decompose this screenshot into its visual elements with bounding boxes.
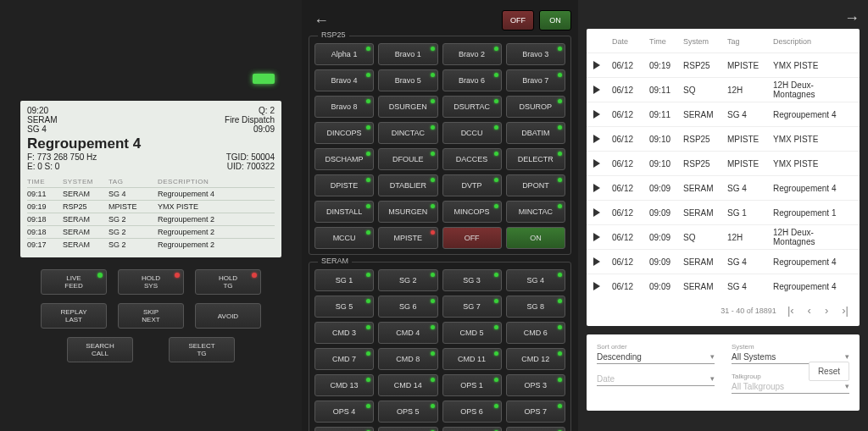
talkgroup-button[interactable]: CMD 14 [378, 374, 437, 396]
first-page-icon[interactable]: |‹ [785, 304, 797, 317]
skip-next-button[interactable]: SKIP NEXT [118, 303, 184, 329]
talkgroup-button[interactable]: SG 1 [314, 269, 374, 291]
play-icon[interactable] [593, 110, 600, 119]
talkgroup-button[interactable]: SG 7 [442, 296, 502, 318]
all-on-button[interactable]: ON [539, 10, 571, 30]
search-call-button[interactable]: SEARCH CALL [67, 337, 133, 362]
talkgroup-button[interactable]: OPS 11 [378, 427, 437, 431]
call-row[interactable]: 06/1209:11SERAMSG 4Regroupement 4 [587, 102, 860, 126]
hold-sys-button[interactable]: HOLD SYS [118, 269, 184, 295]
talkgroup-button[interactable]: SG 4 [506, 269, 565, 291]
replay-last-button[interactable]: REPLAY LAST [41, 303, 107, 329]
talkgroup-button[interactable]: CMD 13 [314, 374, 374, 396]
last-page-icon[interactable]: ›| [839, 304, 851, 317]
play-icon[interactable] [593, 282, 600, 290]
date-select[interactable]: Date▾ [597, 373, 715, 386]
talkgroup-button[interactable]: DPISTE [314, 174, 374, 196]
call-row[interactable]: 06/1209:09SERAMSG 4Regroupement 4 [587, 175, 860, 200]
talkgroup-button[interactable]: Bravo 5 [378, 69, 437, 91]
talkgroup-button[interactable]: DINCTAC [378, 122, 437, 144]
talkgroup-button[interactable]: OPS 5 [378, 401, 437, 423]
talkgroup-button[interactable]: Bravo 2 [442, 43, 502, 65]
play-icon[interactable] [593, 257, 600, 266]
talkgroup-button[interactable]: OPS 6 [442, 401, 502, 423]
call-row[interactable]: 06/1209:09SERAMSG 4Regroupement 4 [587, 249, 860, 274]
call-row[interactable]: 06/1209:10RSP25MPISTEYMX PISTE [587, 126, 860, 151]
call-row[interactable]: 06/1209:10RSP25MPISTEYMX PISTE [587, 151, 860, 175]
talkgroup-button[interactable]: DSURGEN [378, 96, 437, 118]
talkgroup-button[interactable]: DCCU [442, 122, 502, 144]
all-off-button[interactable]: OFF [502, 10, 534, 30]
talkgroup-button[interactable]: OPS 1 [442, 374, 502, 396]
talkgroup-button[interactable]: OPS 13 [506, 427, 565, 431]
play-icon[interactable] [593, 184, 600, 192]
talkgroup-button[interactable]: DSCHAMP [314, 148, 374, 170]
call-row[interactable]: 06/1209:09SERAMSG 1Regroupement 1 [587, 200, 860, 224]
talkgroup-button[interactable]: CMD 7 [314, 348, 374, 370]
talkgroup-button[interactable]: Bravo 7 [506, 69, 565, 91]
talkgroup-button[interactable]: DTABLIER [378, 174, 437, 196]
select-tg-button[interactable]: SELECT TG [169, 337, 235, 362]
back-arrow-icon[interactable]: ← [309, 12, 334, 30]
talkgroup-button[interactable]: DINSTALL [314, 201, 374, 223]
talkgroup-select[interactable]: All Talkgroups▾ [732, 380, 849, 394]
talkgroup-button[interactable]: SG 5 [314, 296, 374, 318]
talkgroup-button[interactable]: SG 2 [378, 269, 437, 291]
play-icon[interactable] [593, 86, 600, 94]
talkgroup-button[interactable]: SG 6 [378, 296, 437, 318]
talkgroup-button[interactable]: DFOULE [378, 148, 437, 170]
talkgroup-button[interactable]: DSURTAC [442, 96, 502, 118]
prev-page-icon[interactable]: ‹ [805, 304, 814, 317]
talkgroup-button[interactable]: SG 3 [442, 269, 502, 291]
talkgroup-button[interactable]: CMD 5 [442, 322, 502, 344]
play-icon[interactable] [593, 61, 600, 69]
talkgroup-button[interactable]: OPS 12 [442, 427, 502, 431]
talkgroup-button[interactable]: MPISTE [378, 227, 437, 249]
talkgroup-button[interactable]: CMD 8 [378, 348, 437, 370]
talkgroup-button[interactable]: MSURGEN [378, 201, 437, 223]
talkgroup-button[interactable]: CMD 6 [506, 322, 565, 344]
play-icon[interactable] [593, 135, 600, 143]
sort-select[interactable]: Descending▾ [597, 351, 715, 364]
talkgroup-button[interactable]: Bravo 6 [442, 69, 502, 91]
talkgroup-button[interactable]: OPS 7 [506, 401, 565, 423]
play-icon[interactable] [593, 159, 600, 168]
talkgroup-button[interactable]: SG 8 [506, 296, 565, 318]
talkgroup-button[interactable]: Alpha 1 [314, 43, 374, 65]
talkgroup-button[interactable]: Bravo 8 [314, 96, 374, 118]
talkgroup-button[interactable]: OPS 8 [314, 427, 374, 431]
talkgroup-button[interactable]: CMD 3 [314, 322, 374, 344]
talkgroup-button[interactable]: MCCU [314, 227, 374, 249]
talkgroup-button[interactable]: Bravo 4 [314, 69, 374, 91]
call-row[interactable]: 06/1209:11SQ12H12H Deux-Montagnes [587, 77, 860, 102]
talkgroup-button[interactable]: DSUROP [506, 96, 565, 118]
talkgroup-button[interactable]: CMD 12 [506, 348, 565, 370]
call-row[interactable]: 06/1209:19RSP25MPISTEYMX PISTE [587, 52, 860, 77]
talkgroup-button[interactable]: ON [506, 227, 565, 249]
talkgroup-button[interactable]: MINCTAC [506, 201, 565, 223]
avoid-button[interactable]: AVOID [195, 303, 261, 329]
reset-button[interactable]: Reset [809, 362, 849, 381]
talkgroup-button[interactable]: OFF [442, 227, 502, 249]
talkgroup-button[interactable]: OPS 4 [314, 401, 374, 423]
talkgroup-button[interactable]: MINCOPS [442, 201, 502, 223]
talkgroup-button[interactable]: DVTP [442, 174, 502, 196]
call-row[interactable]: 06/1209:09SERAMSG 4Regroupement 4 [587, 274, 860, 298]
play-icon[interactable] [593, 233, 600, 241]
talkgroup-button[interactable]: OPS 3 [506, 374, 565, 396]
talkgroup-button[interactable]: DELECTR [506, 148, 565, 170]
call-row[interactable]: 06/1209:09SQ12H12H Deux-Montagnes [587, 224, 860, 249]
next-page-icon[interactable]: › [822, 304, 831, 317]
talkgroup-button[interactable]: DPONT [506, 174, 565, 196]
forward-arrow-icon[interactable]: → [844, 9, 860, 27]
talkgroup-button[interactable]: DACCES [442, 148, 502, 170]
talkgroup-button[interactable]: Bravo 3 [506, 43, 565, 65]
talkgroup-button[interactable]: CMD 11 [442, 348, 502, 370]
live-feed-button[interactable]: LIVE FEED [41, 269, 107, 295]
talkgroup-button[interactable]: Bravo 1 [378, 43, 437, 65]
hold-tg-button[interactable]: HOLD TG [195, 269, 261, 295]
talkgroup-button[interactable]: DBATIM [506, 122, 565, 144]
talkgroup-button[interactable]: CMD 4 [378, 322, 437, 344]
play-icon[interactable] [593, 208, 600, 217]
talkgroup-button[interactable]: DINCOPS [314, 122, 374, 144]
